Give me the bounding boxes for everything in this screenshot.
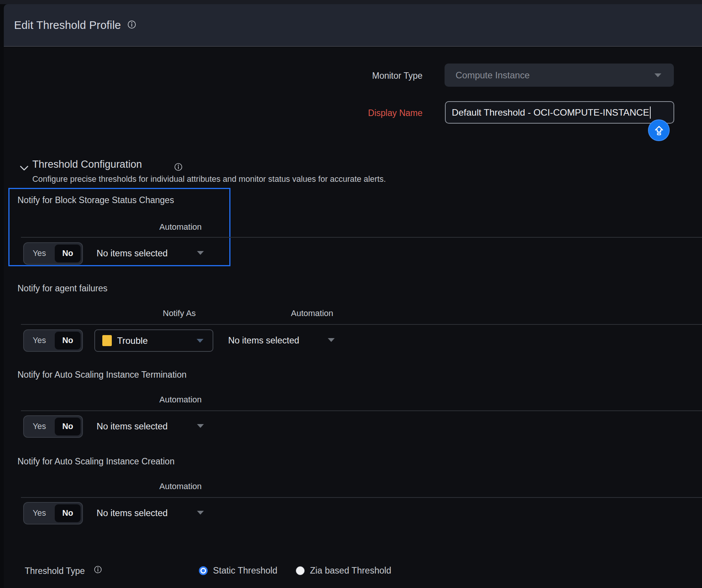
page-header: Edit Threshold Profile bbox=[4, 4, 702, 47]
display-name-input[interactable]: Default Threshold - OCI-COMPUTE-INSTANCE bbox=[445, 101, 674, 124]
automation-dropdown-value: No items selected bbox=[97, 248, 168, 259]
chevron-down-icon bbox=[197, 511, 204, 515]
automation-column-header: Automation bbox=[159, 482, 202, 491]
chevron-down-icon bbox=[328, 338, 335, 342]
divider bbox=[21, 237, 702, 238]
automation-column-header: Automation bbox=[291, 308, 333, 318]
autoscale-termination-notify-toggle[interactable]: Yes No bbox=[23, 415, 83, 438]
automation-column-header: Automation bbox=[159, 222, 202, 232]
automation-dropdown-value: No items selected bbox=[97, 508, 168, 518]
collapse-chevron-icon[interactable] bbox=[19, 163, 29, 175]
monitor-type-label: Monitor Type bbox=[323, 71, 422, 81]
divider bbox=[21, 410, 702, 411]
radio-static-threshold-label[interactable]: Static Threshold bbox=[213, 566, 277, 576]
radio-zia-threshold-label[interactable]: Zia based Threshold bbox=[310, 566, 391, 576]
autoscale-creation-notify-toggle[interactable]: Yes No bbox=[23, 502, 83, 524]
chevron-down-icon bbox=[197, 251, 204, 255]
notify-as-value: Trouble bbox=[117, 335, 148, 346]
trouble-severity-swatch bbox=[102, 335, 112, 346]
monitor-type-select[interactable]: Compute Instance bbox=[445, 64, 674, 87]
divider bbox=[21, 497, 702, 498]
info-icon[interactable] bbox=[127, 20, 136, 30]
notify-as-column-header: Notify As bbox=[163, 308, 196, 318]
info-icon[interactable] bbox=[94, 566, 102, 575]
toggle-yes-option[interactable]: Yes bbox=[24, 509, 55, 518]
automation-dropdown[interactable]: No items selected bbox=[228, 333, 342, 350]
toggle-yes-option[interactable]: Yes bbox=[24, 249, 55, 258]
chevron-down-icon bbox=[197, 339, 203, 343]
chevron-down-icon bbox=[197, 424, 204, 428]
upload-icon bbox=[653, 124, 665, 137]
automation-dropdown[interactable]: No items selected bbox=[97, 419, 211, 436]
automation-dropdown[interactable]: No items selected bbox=[97, 505, 211, 523]
threshold-config-description: Configure precise thresholds for individ… bbox=[32, 175, 386, 184]
section-label: Notify for Block Storage Status Changes bbox=[17, 195, 174, 205]
page-title: Edit Threshold Profile bbox=[14, 19, 121, 32]
threshold-type-label: Threshold Type bbox=[25, 566, 85, 576]
radio-static-threshold[interactable] bbox=[199, 566, 208, 575]
upload-button[interactable] bbox=[648, 119, 670, 141]
section-label: Notify for Auto Scaling Instance Termina… bbox=[17, 370, 186, 380]
text-cursor bbox=[650, 106, 651, 119]
radio-selected-icon bbox=[199, 566, 208, 575]
info-icon[interactable] bbox=[174, 163, 183, 173]
notify-as-dropdown[interactable]: Trouble bbox=[94, 329, 213, 352]
divider bbox=[21, 324, 702, 325]
monitor-type-value: Compute Instance bbox=[445, 70, 530, 81]
display-name-value: Default Threshold - OCI-COMPUTE-INSTANCE bbox=[446, 107, 649, 118]
toggle-no-option[interactable]: No bbox=[55, 418, 81, 435]
section-label: Notify for Auto Scaling Instance Creatio… bbox=[17, 456, 175, 467]
toggle-yes-option[interactable]: Yes bbox=[24, 422, 55, 431]
toggle-no-option[interactable]: No bbox=[55, 245, 81, 262]
radio-zia-threshold[interactable] bbox=[296, 566, 305, 575]
block-storage-notify-toggle[interactable]: Yes No bbox=[23, 242, 83, 265]
automation-dropdown-value: No items selected bbox=[97, 421, 168, 432]
toggle-no-option[interactable]: No bbox=[55, 332, 81, 350]
automation-dropdown[interactable]: No items selected bbox=[97, 246, 211, 263]
automation-dropdown-value: No items selected bbox=[228, 335, 299, 346]
backdrop-top-strip bbox=[0, 0, 702, 4]
display-name-label: Display Name bbox=[323, 108, 422, 118]
threshold-config-title: Threshold Configuration bbox=[32, 159, 142, 170]
automation-column-header: Automation bbox=[159, 395, 202, 405]
chevron-down-icon bbox=[654, 73, 661, 77]
backdrop-left-sliver bbox=[0, 4, 4, 588]
radio-unselected-icon bbox=[296, 566, 305, 575]
section-label: Notify for agent failures bbox=[17, 283, 108, 294]
agent-failure-notify-toggle[interactable]: Yes No bbox=[23, 329, 83, 352]
toggle-yes-option[interactable]: Yes bbox=[24, 336, 55, 345]
toggle-no-option[interactable]: No bbox=[55, 504, 81, 522]
